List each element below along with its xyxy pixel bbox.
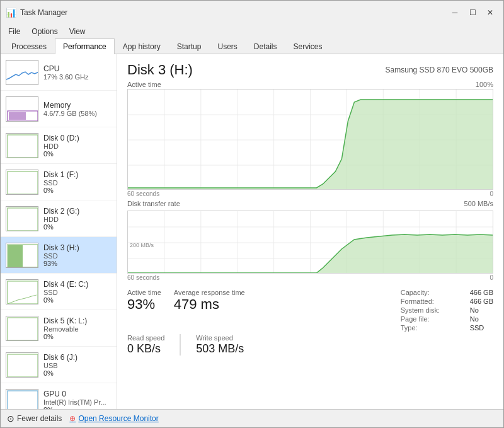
svg-rect-9 [8,354,38,377]
type-label: Type: [401,324,451,332]
disk5-pct: 0% [43,333,112,340]
svg-rect-3 [8,171,38,194]
chart2-time-right: 0 [490,274,493,281]
sidebar-item-memory[interactable]: Memory 4.6/7.9 GB (58%) [1,91,117,127]
menu-options[interactable]: Options [26,26,62,37]
chart1-svg [128,90,493,190]
chart2-svg: 200 MB/s [128,211,493,274]
tab-processes[interactable]: Processes [3,38,55,54]
disk6-pct: 0% [43,369,112,377]
open-monitor-label: Open Resource Monitor [78,414,158,423]
disk4-pct: 0% [43,296,112,304]
main-content: CPU 17% 3.60 GHz Memory 4.6/7.9 GB (58%) [1,54,503,409]
disk0-sub: HDD [43,142,112,150]
sidebar-item-gpu0[interactable]: GPU 0 Intel(R) Iris(TM) Pr... 0% [1,383,117,409]
disk6-title: Disk 6 (J:) [43,353,112,362]
chart1-container [127,89,493,190]
chart1-time-labels: 60 seconds 0 [127,190,493,197]
fewer-details-button[interactable]: ⊙ Fewer details [7,414,62,424]
memory-title: Memory [43,101,112,110]
sidebar-item-disk6[interactable]: Disk 6 (J:) USB 0% [1,347,117,383]
chart2-label: Disk transfer rate [127,200,180,207]
tab-users[interactable]: Users [209,38,245,54]
disk5-info: Disk 5 (K: L:) Removable 0% [43,316,112,340]
capacity-row: Capacity: 466 GB [401,289,493,296]
tab-services[interactable]: Services [285,38,331,54]
disk3-title: Disk 3 (H:) [43,243,112,252]
fewer-details-label: Fewer details [17,414,62,423]
sidebar-item-disk2[interactable]: Disk 2 (G:) HDD 0% [1,200,117,237]
chart2-top-label: 500 MB/s [464,200,493,207]
disk2-info: Disk 2 (G:) HDD 0% [43,207,112,231]
sidebar-item-disk0[interactable]: Disk 0 (D:) HDD 0% [1,127,117,164]
formatted-value: 466 GB [470,298,493,305]
disk2-sub: HDD [43,216,112,223]
avg-response-value: 479 ms [174,297,245,312]
sidebar-item-disk1[interactable]: Disk 1 (F:) SSD 0% [1,164,117,200]
close-button[interactable]: ✕ [482,4,498,21]
sidebar-item-cpu[interactable]: CPU 17% 3.60 GHz [1,54,117,91]
tab-startup[interactable]: Startup [169,38,210,54]
monitor-icon: ⊕ [69,414,76,423]
page-file-value: No [470,315,479,323]
disk6-sub: USB [43,362,112,369]
write-speed-stat: Write speed 503 MB/s [196,334,244,356]
stats-row: Active time 93% Average response time 47… [127,289,493,332]
sidebar-item-disk3[interactable]: Disk 3 (H:) SSD 93% [1,237,117,274]
disk5-sub: Removable [43,325,112,333]
disk4-thumbnail [6,279,38,304]
disk4-sub: SSD [43,289,112,296]
sidebar-item-disk4[interactable]: Disk 4 (E: C:) SSD 0% [1,274,117,310]
cpu-info: CPU 17% 3.60 GHz [43,64,112,81]
tab-bar: Processes Performance App history Startu… [1,38,503,54]
page-file-label: Page file: [401,315,451,323]
task-manager-window: 📊 Task Manager ─ ☐ ✕ File Options View P… [0,0,504,428]
menu-file[interactable]: File [3,26,25,37]
bottom-bar: ⊙ Fewer details ⊕ Open Resource Monitor [1,409,503,427]
svg-rect-10 [8,391,38,410]
disk0-thumbnail [6,133,38,158]
menu-bar: File Options View [1,25,503,38]
system-disk-label: System disk: [401,306,451,314]
open-resource-monitor-link[interactable]: ⊕ Open Resource Monitor [69,414,158,423]
disk1-pct: 0% [43,187,112,194]
system-disk-row: System disk: No [401,306,493,314]
main-header: Disk 3 (H:) Samsung SSD 870 EVO 500GB [127,62,493,78]
gpu0-sub: Intel(R) Iris(TM) Pr... [43,398,112,406]
read-write-row: Read speed 0 KB/s Write speed 503 MB/s [127,334,493,356]
active-time-label: Active time [127,289,161,296]
avg-response-label: Average response time [174,289,245,296]
minimize-button[interactable]: ─ [447,4,463,21]
disk0-title: Disk 0 (D:) [43,134,112,142]
disk1-info: Disk 1 (F:) SSD 0% [43,170,112,194]
maximize-button[interactable]: ☐ [464,4,481,21]
cpu-thumbnail [6,60,38,85]
system-disk-value: No [470,306,479,314]
read-speed-value: 0 KB/s [127,342,164,356]
gpu0-info: GPU 0 Intel(R) Iris(TM) Pr... 0% [43,390,112,410]
capacity-value: 466 GB [470,289,493,296]
window-title: Task Manager [20,8,67,17]
chart2-container: 200 MB/s [127,211,493,274]
memory-sub: 4.6/7.9 GB (58%) [43,110,112,117]
chart2-time-left: 60 seconds [127,274,159,281]
disk1-title: Disk 1 (F:) [43,170,112,179]
memory-thumbnail [6,96,38,122]
tab-app-history[interactable]: App history [115,38,169,54]
disk-model: Samsung SSD 870 EVO 500GB [386,66,493,74]
tab-performance[interactable]: Performance [55,38,115,54]
active-time-stat: Active time 93% [127,289,161,332]
menu-view[interactable]: View [64,26,91,37]
type-value: SSD [470,324,484,332]
sidebar-item-disk5[interactable]: Disk 5 (K: L:) Removable 0% [1,310,117,347]
disk6-thumbnail [6,352,38,378]
formatted-row: Formatted: 466 GB [401,298,493,305]
chart1-label: Active time [127,81,161,88]
write-speed-label: Write speed [196,334,244,342]
active-time-value: 93% [127,297,161,312]
disk6-info: Disk 6 (J:) USB 0% [43,353,112,377]
svg-rect-6 [8,245,23,267]
disk2-thumbnail [6,206,38,231]
tab-details[interactable]: Details [246,38,285,54]
window-icon: 📊 [6,8,16,18]
